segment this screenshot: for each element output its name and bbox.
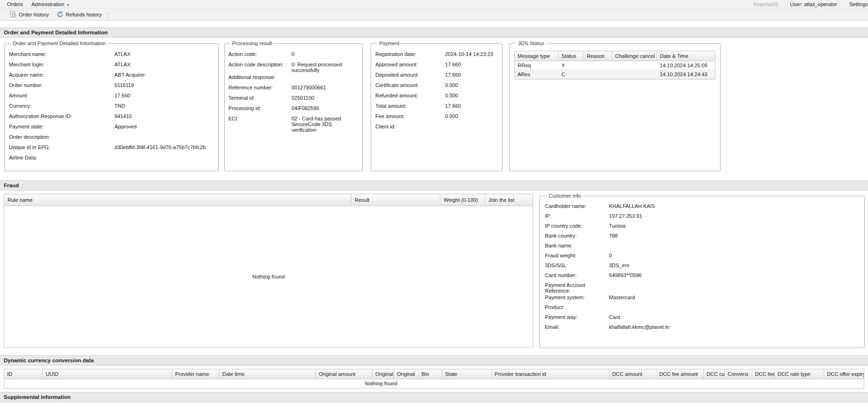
field-label: Fraud weight: bbox=[545, 253, 609, 258]
field-label: Registration date: bbox=[375, 51, 445, 57]
order-history-label: Order history bbox=[19, 12, 49, 17]
field-row-unique-id-epg: Unique id in EPG: d30ebffd-3f4f-4161-9d7… bbox=[9, 143, 213, 153]
customer-info-fieldset: Customer info Cardholder name: KHALFALLA… bbox=[539, 193, 865, 348]
field-label: Amount: bbox=[9, 93, 114, 98]
field-label: Product: bbox=[545, 304, 609, 310]
field-label: Action code: bbox=[228, 51, 288, 57]
field-value: 549893**0596 bbox=[609, 272, 860, 278]
field-row-amount: Amount: 17.660 bbox=[9, 91, 213, 102]
menubar-right: Reports(0) User: atlax_operator Settings bbox=[754, 1, 868, 7]
field-row-merchant-login: Merchant login: ATLAX bbox=[9, 60, 213, 71]
field-label: Total amount: bbox=[375, 103, 445, 109]
field-row-payment-state: Payment state: Approved bbox=[9, 122, 213, 133]
field-row-3ds-ssl: 3DS/SSL: 3DS_enr bbox=[545, 262, 860, 271]
field-row-certificate-amount: Certificate amount: 0.000 bbox=[375, 81, 497, 91]
field-value: 2024-10-14 14:23:23 bbox=[445, 51, 497, 57]
column-header-original-fee: Original f bbox=[373, 369, 394, 379]
field-value: ATLAX bbox=[114, 51, 213, 57]
field-row-merchant-name: Merchant name: ATLAX bbox=[9, 50, 213, 60]
document-clock-icon bbox=[9, 11, 16, 18]
field-row-currency: Currency: TND bbox=[9, 102, 213, 112]
customer-info-legend: Customer info bbox=[547, 193, 583, 199]
column-header-dcc-fee-amount: DCC fee amount bbox=[657, 369, 704, 379]
field-value: Card bbox=[609, 314, 860, 320]
field-row-total-amount: Total amount: 17.660 bbox=[375, 102, 497, 112]
menu-reports[interactable]: Reports(0) bbox=[754, 1, 778, 7]
field-row-card-number: Card number: 549893**0596 bbox=[545, 271, 860, 281]
toolbar-separator bbox=[107, 11, 108, 18]
field-value: 0.000 bbox=[445, 93, 497, 98]
field-label: Order number: bbox=[9, 82, 114, 88]
application-window: Orders Administration ▾ Reports(0) User:… bbox=[0, 0, 868, 406]
fraud-table: Rule name Result Weight (0-100) Join the… bbox=[4, 194, 533, 348]
tds-status-table: Message type Status Reason Challenge can… bbox=[514, 51, 715, 80]
chevron-down-icon: ▾ bbox=[67, 3, 69, 7]
field-label: Bank country: bbox=[545, 233, 609, 239]
toolbar: Order history Refunds history bbox=[0, 8, 868, 21]
menubar: Orders Administration ▾ Reports(0) User:… bbox=[0, 0, 868, 8]
field-value: Mastercard bbox=[609, 295, 860, 300]
field-value: khalfallah.kkmc@planet.tn bbox=[609, 324, 860, 330]
field-label: Merchant login: bbox=[9, 62, 114, 67]
field-label: Bank name: bbox=[545, 243, 609, 248]
payment-fieldset: Payment Registration date: 2024-10-14 14… bbox=[371, 40, 503, 171]
field-row-authorization-response-id: Authorization Response ID: 941410 bbox=[9, 112, 213, 122]
column-header-state: State bbox=[442, 369, 492, 379]
field-label: Client id: bbox=[375, 124, 445, 129]
field-row-product: Product: bbox=[545, 303, 860, 313]
cell-status: Y bbox=[559, 61, 584, 70]
field-label: Refunded amount: bbox=[375, 93, 445, 98]
table-row: ARes C 14.10.2024 14:24:43 bbox=[515, 70, 715, 79]
field-value: 17.660 bbox=[445, 72, 497, 78]
column-header-join-the-list: Join the list bbox=[485, 194, 533, 206]
field-value: 02501100 bbox=[292, 95, 357, 101]
field-label: IP country code: bbox=[545, 223, 609, 229]
menu-administration[interactable]: Administration ▾ bbox=[27, 1, 73, 8]
order-history-button[interactable]: Order history bbox=[6, 9, 53, 19]
refunds-history-button[interactable]: Refunds history bbox=[53, 9, 105, 19]
field-row-client-id: Client id: bbox=[375, 122, 497, 133]
field-value: KHALFALLAH KAIS bbox=[609, 203, 860, 209]
field-label: Unique id in EPG: bbox=[9, 144, 114, 150]
field-value: 788 bbox=[609, 233, 860, 239]
field-label: Cardholder name: bbox=[545, 203, 609, 209]
field-row-reference-number: Reference number: 001279000661 bbox=[228, 83, 357, 94]
circular-arrows-icon bbox=[57, 11, 64, 18]
cell-message-type: ARes bbox=[515, 70, 559, 79]
field-value: Approved bbox=[114, 124, 213, 129]
field-row-additional-response: Additional response: bbox=[228, 73, 357, 83]
refunds-history-label: Refunds history bbox=[66, 12, 102, 17]
cell-date-time: 14.10.2024 14:24:43 bbox=[657, 70, 715, 79]
field-value: TND bbox=[114, 103, 213, 109]
processing-result-legend: Processing result bbox=[230, 40, 274, 46]
field-value: 17.660 bbox=[114, 93, 213, 98]
menu-orders[interactable]: Orders bbox=[3, 1, 27, 8]
field-value: 001279000661 bbox=[292, 85, 357, 90]
field-label: Terminal id: bbox=[228, 95, 288, 101]
field-value: 0 bbox=[292, 51, 357, 57]
order-details-fieldset: Order and Payment Detailed Information M… bbox=[4, 40, 219, 171]
payment-legend: Payment bbox=[377, 40, 401, 46]
section-header-supplemental: Supplemental information bbox=[0, 392, 868, 402]
column-header-provider-name: Provider name bbox=[172, 369, 219, 379]
field-row-acquirer-name: Acquirer name: ABT Acquirer bbox=[9, 71, 213, 81]
column-header-challenge-cancel: Challenge cancel bbox=[612, 51, 657, 61]
field-value: 0.000 bbox=[445, 113, 497, 119]
field-value: Tunisia bbox=[609, 223, 860, 229]
column-header-uuid: UUID bbox=[43, 369, 172, 379]
cell-reason bbox=[584, 61, 612, 70]
field-row-payment-system: Payment system: Mastercard bbox=[545, 294, 860, 303]
field-label: Acquirer name: bbox=[9, 72, 114, 78]
field-row-payment-account-reference: Payment Account Reference: bbox=[545, 281, 860, 294]
menu-settings[interactable]: Settings bbox=[849, 1, 868, 7]
cell-message-type: RReq bbox=[515, 61, 559, 70]
field-row-ip: IP: 197.27.253.91 bbox=[545, 212, 860, 222]
field-row-cardholder-name: Cardholder name: KHALFALLAH KAIS bbox=[545, 202, 860, 212]
order-details-legend: Order and Payment Detailed Information bbox=[11, 40, 108, 46]
section-header-dcc: Dynamic currency conversion data bbox=[0, 355, 868, 366]
column-header-reason: Reason bbox=[584, 51, 612, 61]
column-header-original-amount: Original amount bbox=[316, 369, 373, 379]
field-row-terminal-id: Terminal id: 02501100 bbox=[228, 94, 357, 104]
field-label: Payment way: bbox=[545, 314, 609, 320]
current-user-label: User: atlax_operator bbox=[790, 1, 837, 7]
